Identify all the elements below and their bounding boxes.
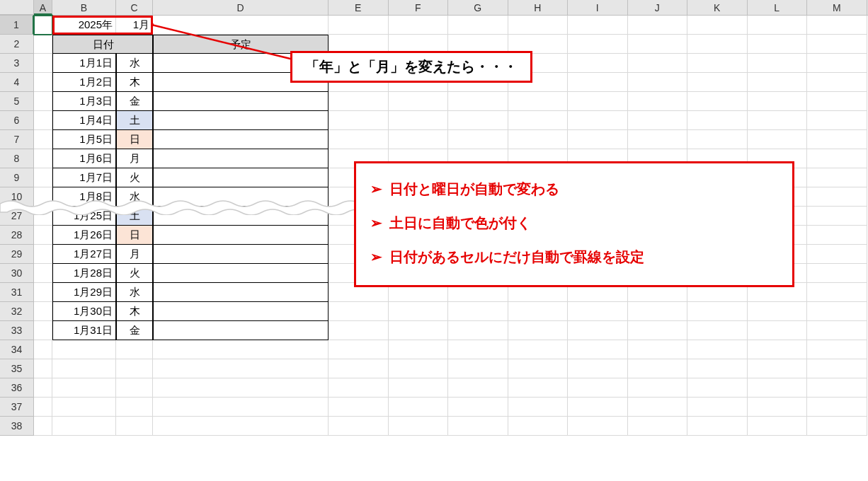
cell[interactable] — [628, 130, 688, 149]
cell[interactable] — [34, 359, 52, 378]
cell[interactable] — [508, 359, 569, 378]
cell-plan[interactable] — [153, 130, 329, 149]
cell[interactable] — [687, 398, 748, 417]
cell[interactable] — [448, 92, 508, 111]
cell[interactable] — [153, 359, 329, 378]
row-header[interactable]: 37 — [0, 398, 34, 417]
cell[interactable] — [448, 111, 508, 130]
row-header[interactable]: 31 — [0, 283, 34, 302]
cell[interactable] — [807, 340, 867, 359]
cell[interactable] — [568, 359, 628, 378]
cell[interactable] — [34, 168, 52, 187]
cell-B1[interactable]: 2025年 — [52, 16, 116, 35]
cell[interactable] — [508, 340, 569, 359]
cell[interactable] — [448, 16, 508, 35]
cell[interactable] — [448, 302, 508, 321]
cell[interactable] — [687, 130, 748, 149]
cell[interactable] — [34, 73, 52, 92]
cell[interactable] — [34, 207, 52, 226]
cell[interactable] — [687, 111, 748, 130]
cell[interactable] — [568, 398, 628, 417]
cell[interactable] — [628, 73, 688, 92]
cell[interactable] — [687, 73, 748, 92]
cell[interactable] — [687, 340, 748, 359]
row-header[interactable]: 36 — [0, 378, 34, 398]
cell[interactable] — [389, 16, 449, 35]
cell[interactable] — [807, 130, 867, 149]
cell-D1[interactable] — [153, 16, 329, 35]
row-header[interactable]: 34 — [0, 340, 34, 359]
cell-plan[interactable] — [153, 187, 329, 207]
cell[interactable] — [568, 302, 628, 321]
cell[interactable] — [628, 398, 688, 417]
cell-date[interactable]: 1月29日 — [52, 283, 116, 302]
cell[interactable] — [748, 321, 808, 340]
cell[interactable] — [687, 302, 748, 321]
cell[interactable] — [508, 130, 569, 149]
cell[interactable] — [687, 378, 748, 398]
cell[interactable] — [389, 378, 449, 398]
cell[interactable] — [448, 398, 508, 417]
cell[interactable] — [628, 340, 688, 359]
row-header[interactable]: 5 — [0, 92, 34, 111]
cell[interactable] — [508, 417, 569, 436]
cell[interactable] — [628, 92, 688, 111]
cell[interactable] — [568, 92, 628, 111]
cell[interactable] — [52, 417, 116, 436]
cell[interactable] — [153, 340, 329, 359]
cell[interactable] — [748, 417, 808, 436]
cell[interactable] — [807, 283, 867, 302]
cell-plan[interactable] — [153, 245, 329, 264]
cell[interactable] — [748, 302, 808, 321]
cell[interactable] — [116, 340, 153, 359]
cell[interactable] — [153, 417, 329, 436]
cell[interactable] — [748, 35, 808, 54]
cell-date[interactable]: 1月31日 — [52, 321, 116, 340]
cell[interactable] — [329, 340, 389, 359]
cell[interactable] — [34, 92, 52, 111]
col-header-J[interactable]: J — [628, 0, 688, 15]
cell[interactable] — [153, 378, 329, 398]
cell-date[interactable]: 1月4日 — [52, 111, 116, 130]
cell[interactable] — [52, 378, 116, 398]
cell-dow[interactable]: 月 — [116, 245, 153, 264]
cell[interactable] — [389, 302, 449, 321]
cell[interactable] — [329, 16, 389, 35]
cell[interactable] — [568, 130, 628, 149]
cell-date[interactable]: 1月1日 — [52, 54, 116, 73]
cell[interactable] — [34, 398, 52, 417]
cell-dow[interactable]: 金 — [116, 321, 153, 340]
col-header-D[interactable]: D — [153, 0, 329, 15]
cell[interactable] — [568, 340, 628, 359]
cell[interactable] — [508, 111, 569, 130]
cell[interactable] — [34, 130, 52, 149]
select-all-corner[interactable] — [0, 0, 34, 15]
cell[interactable] — [508, 378, 569, 398]
cell[interactable] — [568, 417, 628, 436]
cell[interactable] — [448, 417, 508, 436]
col-header-A[interactable]: A — [34, 0, 52, 15]
cell[interactable] — [448, 321, 508, 340]
cell[interactable] — [568, 16, 628, 35]
cell[interactable] — [329, 398, 389, 417]
cell[interactable] — [807, 187, 867, 207]
cell[interactable] — [568, 378, 628, 398]
row-header[interactable]: 33 — [0, 321, 34, 340]
cell-date[interactable]: 1月30日 — [52, 302, 116, 321]
cell-dow[interactable]: 火 — [116, 168, 153, 187]
cell[interactable] — [748, 111, 808, 130]
cell-date[interactable]: 1月27日 — [52, 245, 116, 264]
cell[interactable] — [153, 398, 329, 417]
cell[interactable] — [116, 398, 153, 417]
cell[interactable] — [807, 302, 867, 321]
cell[interactable] — [448, 130, 508, 149]
cell[interactable] — [52, 340, 116, 359]
col-header-I[interactable]: I — [568, 0, 628, 15]
cell[interactable] — [687, 92, 748, 111]
cell[interactable] — [748, 92, 808, 111]
cell[interactable] — [329, 378, 389, 398]
cell[interactable] — [389, 130, 449, 149]
cell[interactable] — [389, 398, 449, 417]
cell[interactable] — [748, 54, 808, 73]
cell[interactable] — [628, 111, 688, 130]
